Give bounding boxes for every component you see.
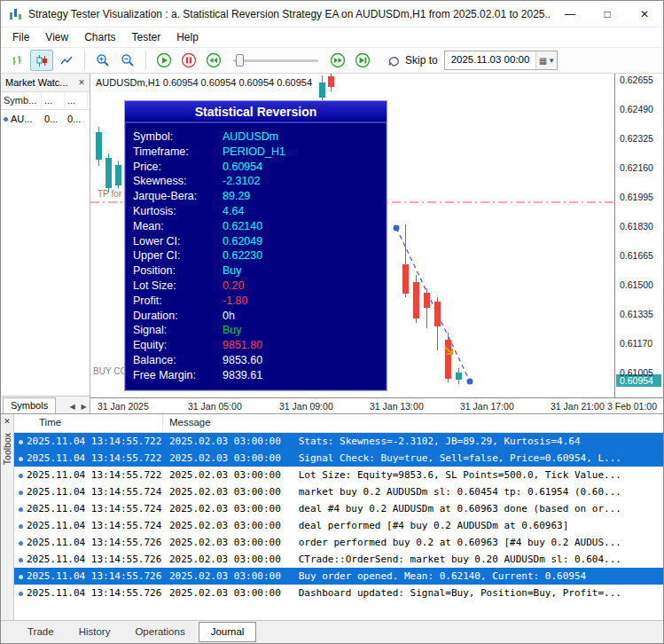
journal-row[interactable]: 2025.11.04 13:14:55.7222025.02.03 03:00:… [14,467,663,483]
tab-symbols[interactable]: Symbols [3,397,56,413]
price-axis[interactable]: 0.60954 0.626550.624900.623250.621600.61… [615,74,663,397]
journal-row[interactable]: 2025.11.04 13:14:55.7262025.02.03 03:00:… [14,534,663,551]
price-axis-label: 0.61665 [620,250,653,261]
bars-chart-icon [11,54,24,67]
candle [115,161,121,189]
journal-panel: ✕ Toolbox Time Message 2025.11.04 13:14:… [1,413,663,620]
zoom-in-button[interactable] [91,50,114,71]
dashboard-row: Profit:-1.80 [133,295,387,310]
dashboard-title: Statistical Reversion [125,101,387,123]
candle [319,75,325,100]
dashboard-row-value: 9853.60 [223,354,262,369]
dashboard-row-label: Kurtosis: [133,205,223,220]
journal-row-message: 2025.02.03 03:00:00 Dashboard updated: S… [163,587,663,599]
close-button[interactable]: ✕ [626,1,663,27]
slider-thumb[interactable] [236,54,244,67]
tab-history[interactable]: History [67,623,122,641]
price-axis-label: 0.62325 [620,133,653,144]
skip-to-group: Skip to [387,53,438,67]
journal-row[interactable]: 2025.11.04 13:14:55.7242025.02.03 03:00:… [14,500,663,517]
tab-trade[interactable]: Trade [16,623,66,641]
dashboard-row: Jarque-Bera:89.29 [133,190,387,205]
dashboard-body: Symbol:AUDUSDmTimeframe:PERIOD_H1Price:0… [125,123,387,384]
chart-bars-button[interactable] [5,50,28,71]
play-button[interactable] [152,50,176,71]
symbol-status-icon [4,117,8,122]
scroll-left-icon[interactable]: ◀ [66,403,78,411]
minimize-button[interactable]: — [551,1,589,27]
skip-to-date-combo[interactable]: 2025.11.03 00:00 ▦ ▼ [444,51,559,70]
zoom-out-button[interactable] [116,50,139,71]
dashboard-row: Balance:9853.60 [133,354,387,369]
dashboard-row: Position:Buy [133,264,387,279]
journal-column-message: Message [163,414,663,432]
pause-button[interactable] [177,50,200,71]
rewind-icon [206,52,222,68]
chart-zone: AUDUSDm,H1 0.60954 0.60954 0.60954 0.609… [90,74,663,413]
market-watch-column-2[interactable]: ... [65,92,88,109]
dashboard-row-value: PERIOD_H1 [223,145,285,161]
dashboard-row: Upper CI:0.62230 [133,249,387,264]
scroll-right-icon[interactable]: ▶ [78,403,90,411]
dashboard-row-value: 9851.80 [223,339,262,354]
dashboard-row-label: Signal: [133,324,223,339]
price-axis-label: 0.61995 [620,192,653,202]
price-axis-label: 0.61005 [620,367,653,378]
bid-cell: 0... [42,114,65,124]
tab-operations[interactable]: Operations [123,623,196,641]
menu-view[interactable]: View [37,27,76,47]
journal-row-message: 2025.02.03 03:00:00 market buy 0.2 AUDUS… [163,486,663,498]
journal-row[interactable]: 2025.11.04 13:14:55.7242025.02.03 03:00:… [14,483,663,500]
journal-row[interactable]: 2025.11.04 13:14:55.7242025.02.03 03:00:… [14,517,663,534]
dashboard-row-label: Skewness: [133,175,223,190]
journal-row-time: 2025.11.04 13:14:55.726 [27,537,163,548]
journal-row-time: 2025.11.04 13:14:55.726 [27,570,163,582]
journal-row[interactable]: 2025.11.04 13:14:55.7222025.02.03 03:00:… [14,450,663,467]
journal-bullet-icon [14,587,27,599]
menu-file[interactable]: File [4,27,37,47]
skip-to-end-icon [355,52,371,68]
chart-ohlc-label: AUDUSDm,H1 0.60954 0.60954 0.60954 0.609… [96,77,312,88]
toolbox-close-icon[interactable]: ✕ [4,414,11,428]
chart-line-button[interactable] [55,50,78,71]
dashboard-row-value: 9839.61 [223,369,262,384]
market-watch-close-icon[interactable]: ✕ [75,78,88,87]
journal-table: Time Message 2025.11.04 13:14:55.7222025… [14,414,663,620]
candle [434,297,441,350]
faster-button[interactable] [326,50,349,71]
dashboard-row-value: 4.64 [223,205,244,220]
time-axis-label: 31 Jan 13:00 [370,401,424,412]
maximize-button[interactable]: □ [589,1,626,27]
journal-row[interactable]: 2025.11.04 13:14:55.7222025.02.03 03:00:… [14,433,663,450]
journal-row[interactable]: 2025.11.04 13:14:55.7262025.02.03 03:00:… [14,568,663,585]
menu-tester[interactable]: Tester [123,27,168,47]
slower-button[interactable] [202,50,225,71]
journal-column-time: Time [14,414,163,432]
chart-plot[interactable]: AUDUSDm,H1 0.60954 0.60954 0.60954 0.609… [90,74,615,397]
price-axis-label: 0.62490 [620,104,653,114]
bottom-tab-bar: TradeHistoryOperationsJournal [1,620,663,643]
deal-dot-icon [467,379,473,385]
time-axis-label: 31 Jan 05:00 [188,401,242,412]
statistics-dashboard: Statistical Reversion Symbol:AUDUSDmTime… [124,100,387,391]
time-axis[interactable]: 31 Jan 202531 Jan 05:0031 Jan 09:0031 Ja… [90,397,663,413]
market-watch-column-1[interactable]: ... [42,92,65,109]
market-watch-panel: Market Watc... ✕ Symb......... AU...0...… [1,74,90,413]
tab-journal[interactable]: Journal [199,622,257,642]
skip-forward-button[interactable] [351,50,374,71]
date-dropdown-button[interactable]: ▦ ▼ [535,51,557,69]
dashboard-row: Kurtosis:4.64 [133,205,387,220]
menu-help[interactable]: Help [168,27,207,47]
journal-row[interactable]: 2025.11.04 13:14:55.7262025.02.03 03:00:… [14,551,663,568]
dashboard-row: Duration:0h [133,310,387,325]
chart-candles-button[interactable] [30,50,53,71]
dashboard-row-label: Lower CI: [133,235,223,250]
market-watch-column-0[interactable]: Symb... [1,92,42,109]
skip-to-date-value[interactable]: 2025.11.03 00:00 [445,51,536,69]
dashboard-row-label: Price: [133,161,223,176]
journal-row[interactable]: 2025.11.04 13:14:55.7262025.02.03 03:00:… [14,585,663,601]
speed-slider[interactable] [233,52,318,68]
journal-row-message: 2025.02.03 03:00:00 Buy order opened. Me… [163,570,663,582]
market-watch-row[interactable]: AU...0...0... [1,110,90,127]
menu-charts[interactable]: Charts [76,27,123,47]
